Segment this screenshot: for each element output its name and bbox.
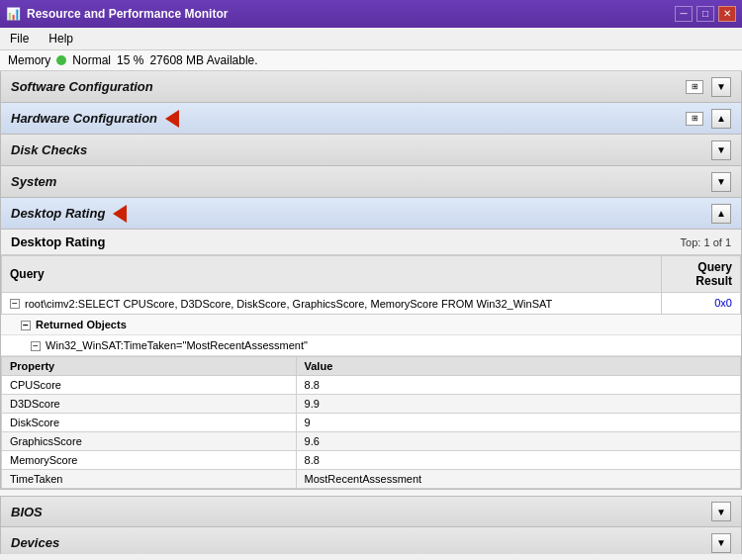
menu-bar: File Help xyxy=(0,28,742,50)
prop-row: CPUScore8.8 xyxy=(2,376,741,395)
status-bar: Memory Normal 15 % 27608 MB Available. xyxy=(0,50,742,71)
desktop-rating-title: Desktop Rating xyxy=(11,234,105,249)
prop-row: MemoryScore8.8 xyxy=(2,451,741,470)
section-desktop-rating[interactable]: Desktop Rating ▲ xyxy=(0,198,742,230)
app-title: Resource and Performance Monitor xyxy=(27,7,228,21)
prop-cell: D3DScore xyxy=(2,395,297,414)
wmi-path-minus[interactable]: − xyxy=(31,341,41,351)
value-cell: 9.9 xyxy=(296,395,740,414)
desktop-rating-section-title: Desktop Rating xyxy=(11,206,105,221)
top-label: Top: xyxy=(681,236,701,248)
menu-help[interactable]: Help xyxy=(45,30,77,47)
query-cell: − root\cimv2:SELECT CPUScore, D3DScore, … xyxy=(2,293,662,315)
desktop-rating-arrow xyxy=(113,205,127,223)
top-value: 1 xyxy=(703,236,709,248)
prop-cell: CPUScore xyxy=(2,376,297,395)
title-bar-left: 📊 Resource and Performance Monitor xyxy=(6,7,228,21)
query-result-value: 0x0 xyxy=(714,297,732,309)
software-config-expand[interactable]: ▼ xyxy=(711,77,731,97)
prop-cell: DiskScore xyxy=(2,414,297,432)
devices-title: Devices xyxy=(11,535,59,550)
menu-file[interactable]: File xyxy=(6,30,33,47)
disk-checks-right: ▼ xyxy=(711,140,731,160)
disk-checks-expand[interactable]: ▼ xyxy=(711,140,731,160)
section-devices[interactable]: Devices ▼ xyxy=(0,527,742,554)
system-title: System xyxy=(11,174,56,189)
memory-available: 27608 MB Available. xyxy=(149,53,257,67)
desktop-rating-left: Desktop Rating xyxy=(11,205,127,223)
prop-table: Property Value CPUScore8.8D3DScore9.9Dis… xyxy=(1,356,741,489)
desktop-rating-right: ▲ xyxy=(711,204,731,224)
restore-button[interactable]: □ xyxy=(696,6,714,22)
devices-expand[interactable]: ▼ xyxy=(711,533,731,553)
value-cell: MostRecentAssessment xyxy=(296,470,740,489)
software-config-right: ⊞ ▼ xyxy=(686,77,731,97)
memory-label: Memory xyxy=(8,53,50,67)
hardware-config-title: Hardware Configuration xyxy=(11,111,157,126)
hardware-config-arrow xyxy=(165,110,179,128)
prop-row: TimeTakenMostRecentAssessment xyxy=(2,470,741,489)
query-col-header: Query xyxy=(2,256,662,293)
value-cell: 8.8 xyxy=(296,451,740,470)
devices-right: ▼ xyxy=(711,533,731,553)
prop-cell: TimeTaken xyxy=(2,470,297,489)
of-value: 1 xyxy=(725,236,731,248)
disk-checks-title: Disk Checks xyxy=(11,142,87,157)
prop-cell: GraphicsScore xyxy=(2,432,297,451)
query-result-col-header: QueryResult xyxy=(662,256,741,293)
system-expand[interactable]: ▼ xyxy=(711,172,731,192)
software-config-title: Software Configuration xyxy=(11,79,153,94)
value-cell: 9.6 xyxy=(296,432,740,451)
app-icon: 📊 xyxy=(6,7,21,21)
memory-percent: 15 % xyxy=(117,53,143,67)
section-bios[interactable]: BIOS ▼ xyxy=(0,496,742,527)
bios-title: BIOS xyxy=(11,505,43,519)
section-disk-checks[interactable]: Disk Checks ▼ xyxy=(0,135,742,166)
hardware-config-icon: ⊞ xyxy=(686,112,703,126)
status-dot xyxy=(56,55,66,65)
desktop-rating-expand[interactable]: ▲ xyxy=(711,204,731,224)
returned-objects: − Returned Objects xyxy=(1,315,741,335)
app-window: 📊 Resource and Performance Monitor ─ □ ✕… xyxy=(0,0,742,554)
of-label: of xyxy=(713,236,722,248)
prop-row: GraphicsScore9.6 xyxy=(2,432,741,451)
query-row: − root\cimv2:SELECT CPUScore, D3DScore, … xyxy=(2,293,741,315)
returned-objects-label: Returned Objects xyxy=(36,319,127,330)
value-cell: 8.8 xyxy=(296,376,740,395)
system-right: ▼ xyxy=(711,172,731,192)
section-hardware-config[interactable]: Hardware Configuration ⊞ ▲ xyxy=(0,103,742,135)
value-col-header: Value xyxy=(296,357,740,376)
bios-right: ▼ xyxy=(711,502,731,521)
section-software-config[interactable]: Software Configuration ⊞ ▼ xyxy=(0,71,742,103)
prop-col-header: Property xyxy=(2,357,297,376)
prop-row: DiskScore9 xyxy=(2,414,741,432)
query-text: root\cimv2:SELECT CPUScore, D3DScore, Di… xyxy=(25,298,552,310)
hardware-config-right: ⊞ ▲ xyxy=(686,109,731,129)
minimize-button[interactable]: ─ xyxy=(675,6,693,22)
close-button[interactable]: ✕ xyxy=(718,6,736,22)
query-tree-minus[interactable]: − xyxy=(10,299,20,309)
main-content: Software Configuration ⊞ ▼ Hardware Conf… xyxy=(0,71,742,554)
section-system[interactable]: System ▼ xyxy=(0,166,742,198)
hardware-config-expand[interactable]: ▲ xyxy=(711,109,731,129)
wmi-path-text: Win32_WinSAT:TimeTaken="MostRecentAssess… xyxy=(46,339,308,351)
wmi-path: − Win32_WinSAT:TimeTaken="MostRecentAsse… xyxy=(1,335,741,356)
returned-objects-minus[interactable]: − xyxy=(21,321,31,330)
query-expand-tree: − root\cimv2:SELECT CPUScore, D3DScore, … xyxy=(10,298,552,310)
memory-status: Normal xyxy=(72,53,111,67)
prop-cell: MemoryScore xyxy=(2,451,297,470)
query-table: Query QueryResult − root\cimv2:SELECT CP… xyxy=(1,255,741,315)
software-config-icon: ⊞ xyxy=(686,80,703,94)
desktop-rating-content: Desktop Rating Top: 1 of 1 Query QueryRe… xyxy=(0,230,742,490)
value-cell: 9 xyxy=(296,414,740,432)
top-info: Top: 1 of 1 xyxy=(681,236,731,248)
title-bar: 📊 Resource and Performance Monitor ─ □ ✕ xyxy=(0,0,742,28)
prop-row: D3DScore9.9 xyxy=(2,395,741,414)
desktop-rating-inner-header: Desktop Rating Top: 1 of 1 xyxy=(1,230,741,255)
query-result-cell: 0x0 xyxy=(662,293,741,315)
hardware-config-left: Hardware Configuration xyxy=(11,110,179,128)
title-bar-controls: ─ □ ✕ xyxy=(675,6,736,22)
bios-expand[interactable]: ▼ xyxy=(711,502,731,521)
